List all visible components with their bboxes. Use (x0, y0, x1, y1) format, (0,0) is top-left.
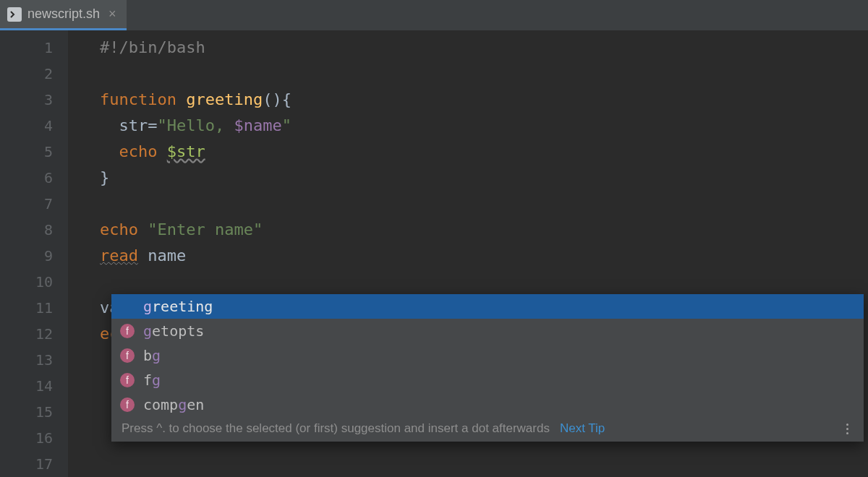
tabs-bar: newscript.sh × (0, 0, 868, 30)
line-number: 9 (0, 243, 53, 269)
arg: name (148, 246, 186, 265)
autocomplete-item[interactable]: f bg (111, 343, 864, 368)
line-number: 17 (0, 451, 53, 477)
autocomplete-popup: greeting f getopts f bg f fg f compgen P… (111, 294, 864, 442)
function-name: greeting (186, 90, 263, 108)
string: "Enter name" (148, 220, 263, 239)
more-options-icon[interactable] (841, 424, 854, 434)
autocomplete-item[interactable]: greeting (111, 294, 864, 319)
next-tip-link[interactable]: Next Tip (560, 421, 605, 436)
line-number: 16 (0, 425, 53, 451)
line-number: 1 (0, 35, 53, 61)
keyword-function: function (100, 90, 176, 108)
line-number: 15 (0, 399, 53, 425)
var-lhs: str (119, 116, 148, 134)
footer-hint: Press ^. to choose the selected (or firs… (122, 421, 550, 436)
autocomplete-label: compgen (143, 396, 204, 413)
autocomplete-footer: Press ^. to choose the selected (or firs… (111, 417, 864, 442)
line-number: 13 (0, 347, 53, 373)
string: "Hello, (158, 116, 234, 134)
punct: (){ (263, 90, 292, 108)
line-number: 4 (0, 113, 53, 139)
kind-icon: f (120, 373, 135, 387)
file-tab[interactable]: newscript.sh × (0, 0, 127, 30)
line-number: 7 (0, 191, 53, 217)
line-number: 5 (0, 139, 53, 165)
keyword-echo: echo (119, 142, 158, 160)
line-number: 11 (0, 295, 53, 321)
line-number: 10 (0, 269, 53, 295)
close-icon[interactable]: × (109, 7, 116, 22)
autocomplete-label: getopts (143, 322, 204, 340)
line-number: 2 (0, 61, 53, 87)
string-var: $name (234, 116, 281, 134)
autocomplete-label: bg (143, 347, 161, 364)
line-number: 12 (0, 321, 53, 347)
kind-icon: f (120, 324, 135, 338)
line-number: 6 (0, 165, 53, 191)
kind-icon: f (120, 348, 135, 363)
line-number-gutter: 1 2 3 4 5 6 7 8 9 10 11 12 13 14 15 16 1… (0, 30, 68, 477)
eq: = (148, 116, 157, 134)
shebang: #!/bin/bash (100, 38, 205, 56)
var-ref: $str (167, 142, 205, 160)
line-number: 14 (0, 373, 53, 399)
autocomplete-label: fg (143, 371, 161, 389)
line-number: 3 (0, 87, 53, 113)
autocomplete-label: greeting (143, 298, 213, 315)
file-tab-label: newscript.sh (27, 7, 100, 22)
terminal-file-icon (7, 7, 22, 22)
autocomplete-item[interactable]: f compgen (111, 392, 864, 417)
line-number: 8 (0, 217, 53, 243)
autocomplete-item[interactable]: f fg (111, 368, 864, 392)
autocomplete-item[interactable]: f getopts (111, 319, 864, 343)
string: " (282, 116, 292, 134)
kind-icon (120, 299, 135, 314)
kind-icon: f (120, 398, 135, 412)
keyword-echo: echo (100, 220, 138, 239)
keyword-read: read (100, 246, 138, 265)
brace: } (100, 168, 109, 186)
